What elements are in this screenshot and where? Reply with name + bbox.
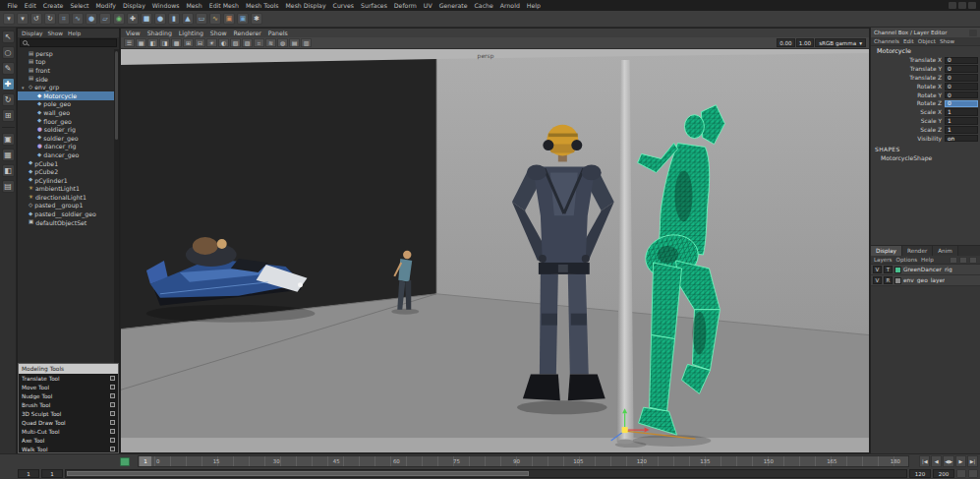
outliner-item[interactable]: ◆ wall_geo <box>18 108 114 117</box>
layer-display-type-toggle[interactable]: T <box>884 266 893 273</box>
dof-icon[interactable]: ◍ <box>277 38 288 47</box>
range-slider[interactable] <box>65 469 907 478</box>
outliner-search-field[interactable] <box>20 38 117 47</box>
undo-icon[interactable]: ↺ <box>30 13 42 25</box>
outliner-item[interactable]: ☀ ambientLight1 <box>18 185 114 194</box>
snap-plane-icon[interactable]: ▱ <box>99 13 111 25</box>
playback-end-field[interactable]: 120 <box>909 469 931 478</box>
menu-item[interactable]: Windows <box>148 2 183 9</box>
scene-3d[interactable]: persp <box>121 49 869 452</box>
menu-item[interactable]: Select <box>67 2 92 9</box>
channel-box-menu-item[interactable]: Object <box>918 38 936 44</box>
menu-item[interactable]: Help <box>523 2 544 9</box>
tool-checkbox[interactable] <box>110 385 115 389</box>
attribute-name[interactable]: Scale Y <box>871 118 945 124</box>
attribute-name[interactable]: Translate Z <box>871 75 945 81</box>
shadows-icon[interactable]: ◐ <box>218 38 229 47</box>
attribute-name[interactable]: Rotate Z <box>871 100 945 106</box>
attribute-value-field[interactable]: 0 <box>945 100 978 108</box>
xray-icon[interactable]: ▥ <box>301 38 312 47</box>
attribute-value-field[interactable]: on <box>945 135 978 143</box>
outliner-item[interactable]: ▤ front <box>18 66 114 75</box>
scale-tool[interactable]: ⊞ <box>2 109 15 122</box>
tool-overlay-item[interactable]: 3D Sculpt Tool <box>19 409 118 418</box>
move-tool[interactable]: ✚ <box>2 78 15 90</box>
layer-visibility-toggle[interactable]: V <box>873 276 882 284</box>
menu-item[interactable]: Curves <box>329 2 357 9</box>
current-frame-indicator[interactable]: 1 <box>140 456 151 466</box>
attribute-value-field[interactable]: 0 <box>945 57 978 65</box>
tool-overlay-item[interactable]: Translate Tool <box>19 374 118 383</box>
viewport-menu-item[interactable]: Lighting <box>179 30 203 36</box>
lighting-icon[interactable]: ☀ <box>206 38 217 47</box>
view-transform-dropdown[interactable]: sRGB gamma ▾ <box>815 38 866 47</box>
grid-icon[interactable]: ▦ <box>136 38 146 47</box>
tool-checkbox[interactable] <box>110 420 115 425</box>
attribute-name[interactable]: Scale Z <box>871 127 945 133</box>
range-slider-bar[interactable] <box>67 471 529 476</box>
gate-mask-icon[interactable]: ▩ <box>171 38 182 47</box>
viewport-menu-item[interactable]: Shading <box>147 30 172 36</box>
play-back-button[interactable]: ◀▶ <box>943 455 954 467</box>
safe-action-icon[interactable]: ⊟ <box>195 38 205 47</box>
move-layer-up-icon[interactable] <box>969 257 977 264</box>
channel-box-menu-item[interactable]: Channels <box>874 38 899 44</box>
select-tool[interactable]: ↖ <box>2 30 15 43</box>
anim-start-field[interactable]: 1 <box>18 469 39 478</box>
film-gate-icon[interactable]: ◧ <box>147 38 158 47</box>
shape-node-name[interactable]: MotorcycleShape <box>871 153 980 162</box>
four-pane-layout-button[interactable]: ▦ <box>2 149 15 161</box>
go-to-start-button[interactable]: |◀ <box>919 455 930 467</box>
channel-box-menu-item[interactable]: Edit <box>903 38 914 44</box>
outliner-menu-item[interactable]: Display <box>22 30 42 36</box>
attribute-value-field[interactable]: 0 <box>945 91 978 99</box>
construction-history-icon[interactable]: ✚ <box>127 13 139 25</box>
outliner-item[interactable]: ◆ dancer_geo <box>18 150 114 159</box>
menu-item[interactable]: File <box>4 2 21 9</box>
menu-item[interactable]: Edit <box>21 2 39 9</box>
tool-overlay-item[interactable]: Move Tool <box>19 383 118 391</box>
viewport-menu-item[interactable]: Show <box>210 30 227 36</box>
attribute-value-field[interactable]: 0 <box>945 83 978 90</box>
single-pane-layout-button[interactable]: ▣ <box>2 133 15 146</box>
tool-overlay-item[interactable]: Walk Tool <box>19 445 118 453</box>
resolution-gate-icon[interactable]: ◨ <box>159 38 170 47</box>
outliner-item[interactable]: ▤ persp <box>18 49 114 58</box>
outliner-item[interactable]: ▾ ◇ env_grp <box>18 83 114 91</box>
playback-start-field[interactable]: 1 <box>41 469 63 478</box>
panel-menu-icon[interactable]: ☰ <box>124 38 135 47</box>
layer-editor-tab[interactable]: Display <box>871 246 902 256</box>
tool-overlay-item[interactable]: Axe Tool <box>19 436 118 445</box>
outliner-menu-item[interactable]: Show <box>47 30 63 36</box>
outliner-item[interactable]: ▤ top <box>18 58 114 67</box>
exposure-field[interactable]: 0.00 <box>777 38 794 47</box>
field-chart-icon[interactable]: ⊞ <box>183 38 194 47</box>
outliner-item[interactable]: ▤ side <box>18 75 114 84</box>
outliner-item[interactable]: ◆ pCylinder1 <box>18 176 114 185</box>
viewport-menu-item[interactable]: View <box>126 30 141 36</box>
expand-arrow-icon[interactable]: ▾ <box>22 85 27 90</box>
tool-checkbox[interactable] <box>110 438 115 443</box>
tool-checkbox[interactable] <box>110 402 115 407</box>
layer-row[interactable]: V T GreenDancer_rig <box>871 265 980 275</box>
attribute-name[interactable]: Visibility <box>871 136 945 142</box>
outliner-menu-item[interactable]: Help <box>68 30 81 36</box>
new-layer-selected-icon[interactable] <box>959 257 967 264</box>
tool-overlay-item[interactable]: Multi-Cut Tool <box>19 427 118 436</box>
new-layer-icon[interactable] <box>950 257 957 264</box>
curve-tool-icon[interactable]: ∿ <box>209 13 221 25</box>
layer-color-swatch[interactable] <box>894 267 901 273</box>
motion-blur-icon[interactable]: ▨ <box>242 38 253 47</box>
attribute-name[interactable]: Rotate Y <box>871 92 945 98</box>
make-live-icon[interactable]: ◉ <box>113 13 125 25</box>
poly-sphere-icon[interactable]: ● <box>154 13 166 25</box>
outliner-item[interactable]: ◇ pasted__group1 <box>18 202 114 210</box>
step-forward-button[interactable]: ▶ <box>955 455 966 467</box>
hypershade-layout-button[interactable]: ▤ <box>2 180 15 193</box>
outliner-item[interactable]: ● dancer_rig <box>18 143 114 151</box>
render-settings-icon[interactable]: ✱ <box>251 13 262 25</box>
fog-icon[interactable]: ≋ <box>265 38 276 47</box>
tool-checkbox[interactable] <box>110 447 115 451</box>
attribute-name[interactable]: Translate X <box>871 57 945 63</box>
tool-checkbox[interactable] <box>110 376 115 381</box>
